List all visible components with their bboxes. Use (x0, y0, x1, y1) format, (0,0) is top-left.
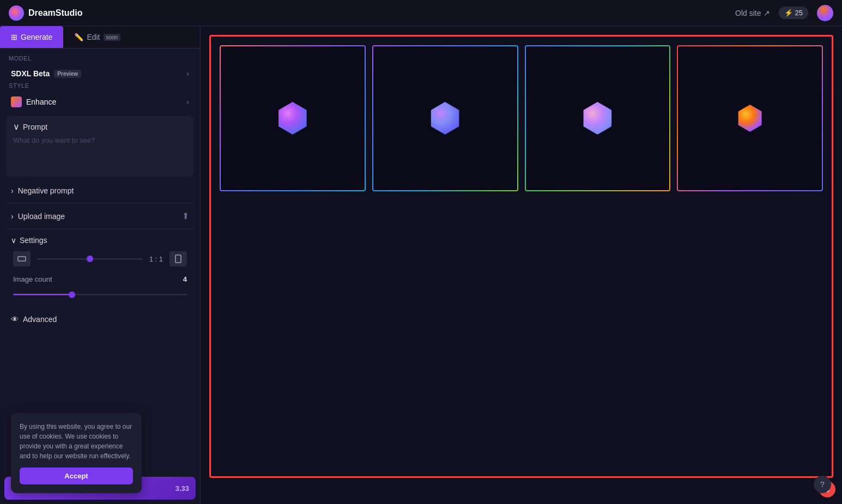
orb-4 (736, 105, 764, 132)
help-button[interactable]: ? (814, 476, 831, 493)
old-site-link[interactable]: Old site ↗ (735, 9, 770, 17)
image-card-2[interactable] (372, 45, 518, 191)
negative-prompt-row[interactable]: › Negative prompt (7, 181, 193, 201)
advanced-row[interactable]: 👁 Advanced (7, 311, 193, 328)
model-row[interactable]: SDXL Beta Preview › (7, 65, 193, 82)
style-name: Enhance (11, 96, 56, 107)
image-count-header: Image count 4 (13, 275, 187, 283)
style-chevron-icon: › (186, 98, 189, 106)
settings-section: ∨ Settings 1 : 1 (7, 232, 193, 311)
tab-edit-soon-badge: soon (104, 34, 121, 41)
chevron-right-icon: › (186, 69, 189, 78)
upload-icon[interactable]: ⬆ (182, 211, 189, 221)
old-site-label: Old site (735, 9, 761, 17)
tab-generate-label: Generate (21, 33, 52, 41)
header: DreamStudio Old site ↗ ⚡ 25 (0, 0, 842, 26)
aspect-slider[interactable] (37, 258, 143, 260)
image-card-1[interactable] (220, 45, 366, 191)
header-left: DreamStudio (9, 5, 83, 21)
upload-expand-icon: › (11, 212, 14, 221)
credits-badge[interactable]: ⚡ 25 (779, 7, 808, 19)
model-preview-badge: Preview (54, 70, 81, 78)
cookie-text: By using this website, you agree to our … (20, 422, 133, 461)
image-card-inner-2 (373, 46, 517, 190)
header-right: Old site ↗ ⚡ 25 (735, 5, 833, 21)
eye-icon: 👁 (11, 315, 19, 324)
external-link-icon: ↗ (764, 9, 770, 17)
content-area: 5 (201, 26, 842, 504)
settings-chevron-icon: ∨ (11, 236, 16, 245)
prompt-header[interactable]: ∨ Prompt (13, 122, 187, 132)
prompt-textarea[interactable] (13, 136, 187, 169)
prompt-section: ∨ Prompt (7, 116, 193, 177)
accept-button[interactable]: Accept (20, 467, 133, 484)
image-count-row: Image count 4 (11, 275, 189, 297)
canvas-highlight (209, 35, 833, 478)
tab-edit-label: Edit (87, 33, 100, 41)
aspect-landscape-btn[interactable] (13, 251, 31, 266)
image-count-value: 4 (183, 275, 187, 283)
orb-2 (429, 102, 462, 135)
image-card-inner-3 (526, 46, 670, 190)
orb-1 (276, 102, 309, 135)
style-section-label: Style (7, 82, 193, 89)
landscape-icon (17, 256, 26, 262)
cookie-banner: By using this website, you agree to our … (11, 413, 142, 493)
image-grid (220, 45, 823, 191)
image-count-slider[interactable] (13, 294, 187, 295)
tab-generate[interactable]: ⊞ Generate (0, 26, 63, 48)
advanced-label: Advanced (23, 315, 57, 324)
negative-prompt-left: › Negative prompt (11, 186, 74, 195)
image-count-label: Image count (13, 275, 52, 283)
upload-image-row[interactable]: › Upload image ⬆ (7, 205, 193, 227)
logo-text: DreamStudio (28, 8, 83, 18)
settings-header[interactable]: ∨ Settings (11, 236, 189, 245)
svg-rect-1 (175, 255, 181, 263)
orb-3 (581, 102, 614, 135)
model-section-label: Model (7, 55, 193, 62)
generate-icon: ⊞ (11, 33, 17, 41)
svg-rect-0 (18, 257, 26, 261)
dream-cost: 3.33 (175, 484, 189, 493)
image-card-4[interactable] (677, 45, 823, 191)
tab-edit[interactable]: ✏️ Edit soon (63, 26, 131, 48)
logo-icon (9, 5, 24, 21)
divider-2 (7, 229, 193, 229)
aspect-slider-thumb (87, 256, 93, 262)
prompt-label: Prompt (23, 123, 47, 131)
tabs: ⊞ Generate ✏️ Edit soon (0, 26, 200, 48)
image-card-inner-4 (678, 46, 822, 190)
aspect-ratio-row: 1 : 1 (11, 251, 189, 266)
aspect-portrait-btn[interactable] (169, 251, 187, 266)
aspect-ratio-value: 1 : 1 (149, 255, 163, 263)
style-icon (11, 96, 22, 107)
image-card-inner-1 (221, 46, 365, 190)
credits-value: 25 (795, 9, 803, 17)
credits-icon: ⚡ (784, 9, 793, 17)
avatar[interactable] (817, 5, 833, 21)
negative-prompt-expand-icon: › (11, 186, 14, 195)
upload-image-label: Upload image (18, 212, 65, 221)
prompt-chevron-icon: ∨ (13, 122, 20, 132)
portrait-icon (175, 254, 181, 263)
negative-prompt-label: Negative prompt (18, 186, 74, 195)
settings-label: Settings (20, 236, 47, 245)
divider-1 (7, 203, 193, 203)
edit-icon: ✏️ (74, 33, 83, 41)
upload-image-left: › Upload image (11, 212, 65, 221)
model-name: SDXL Beta Preview (11, 69, 81, 78)
style-row[interactable]: Enhance › (7, 92, 193, 112)
image-card-3[interactable] (525, 45, 671, 191)
